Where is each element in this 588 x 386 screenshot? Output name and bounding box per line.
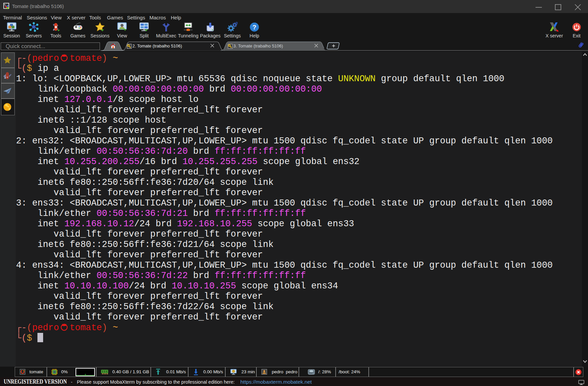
svg-text:?: ? (252, 24, 256, 31)
